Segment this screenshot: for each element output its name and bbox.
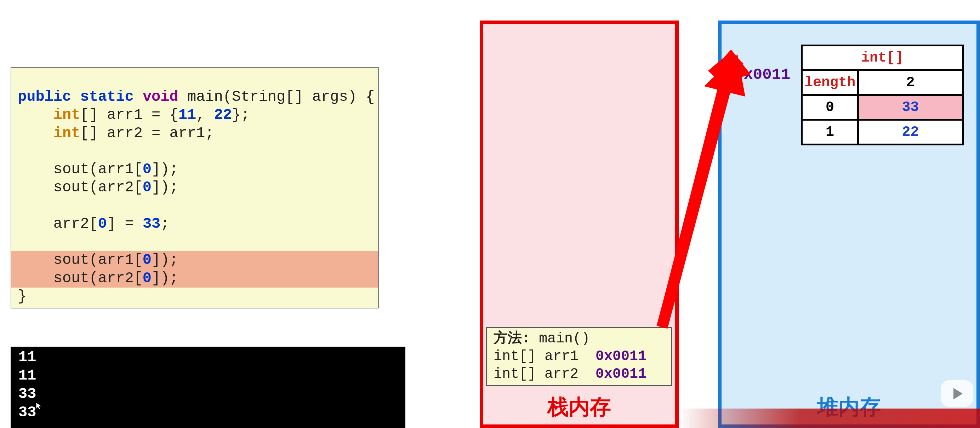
stack-memory-panel: 方法: main() int[] arr1 0x0011 int[] arr2 … — [480, 21, 679, 428]
keyword-int: int — [54, 125, 80, 142]
keyword-public: public — [18, 89, 71, 105]
heap-memory-panel: 0x0011 int[] length 2 0 33 1 22 堆内存 — [718, 21, 980, 428]
heap-value-0: 33 — [858, 95, 963, 120]
heap-index-1: 1 — [802, 120, 858, 145]
stack-var2-address: 0x0011 — [595, 366, 646, 382]
keyword-void: void — [143, 89, 178, 105]
heap-type-cell: int[] — [802, 46, 963, 70]
console-output: 11 11 33 33 — [11, 347, 406, 428]
method-signature-rest: main(String[] args) { — [178, 89, 375, 105]
heap-length-value: 2 — [858, 70, 963, 95]
heap-object-table: int[] length 2 0 33 1 22 — [801, 44, 964, 145]
code-block: public static void main(String[] args) {… — [11, 67, 379, 308]
stack-frame-main: 方法: main() int[] arr1 0x0011 int[] arr2 … — [486, 327, 672, 386]
keyword-int: int — [54, 106, 80, 124]
heap-length-label: length — [802, 70, 858, 95]
bottom-banner — [679, 409, 980, 428]
stack-memory-label: 栈内存 — [483, 393, 675, 422]
video-play-icon[interactable] — [941, 380, 973, 407]
highlighted-line: sout(arr2[0]); — [11, 269, 378, 288]
heap-object-address: 0x0011 — [734, 66, 790, 84]
highlighted-line: sout(arr1[0]); — [11, 251, 378, 269]
heap-index-0: 0 — [802, 95, 858, 120]
stack-var1-address: 0x0011 — [595, 349, 646, 364]
keyword-static: static — [80, 89, 134, 105]
heap-value-1: 22 — [858, 120, 963, 145]
